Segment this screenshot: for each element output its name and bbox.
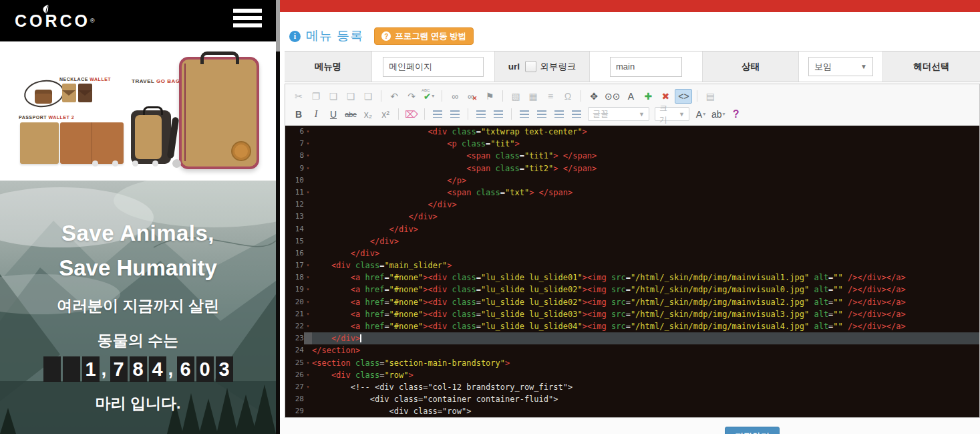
- toolbar-separator: [697, 90, 697, 102]
- slider-dot[interactable]: [132, 160, 138, 167]
- text-color-icon[interactable]: A▾: [693, 108, 709, 121]
- cut-icon[interactable]: ✂: [291, 90, 307, 103]
- fold-arrow-icon[interactable]: ▾: [304, 296, 312, 308]
- fold-arrow-icon[interactable]: ▾: [304, 162, 312, 175]
- slider-dot[interactable]: [112, 160, 118, 167]
- fold-gutter: [304, 223, 312, 235]
- fold-arrow-icon[interactable]: ▾: [304, 150, 312, 162]
- line-number: 13: [285, 211, 304, 223]
- subscript-icon[interactable]: x₂: [360, 108, 376, 121]
- line-number: 20: [285, 296, 304, 308]
- print-icon[interactable]: ▤: [702, 90, 718, 103]
- copy-icon[interactable]: ❐: [308, 90, 324, 103]
- code-text: </p>: [312, 175, 979, 187]
- maximize-icon[interactable]: ✥: [586, 90, 602, 103]
- status-select[interactable]: 보임 ▼: [808, 57, 873, 76]
- spellcheck-icon[interactable]: ABC✔▾: [421, 90, 437, 103]
- counter-empty-box: [43, 356, 61, 382]
- numbered-list-icon[interactable]: [430, 108, 446, 121]
- bullet-list-icon[interactable]: [447, 108, 463, 121]
- hero-section: Save Animals, Save Humanity 여러분이 지금까지 살린…: [0, 181, 276, 434]
- code-line-16: 16</div>: [285, 247, 979, 259]
- fold-arrow-icon[interactable]: ▾: [304, 308, 312, 320]
- code-line-8: 8▾<span class="tit1"> </span>: [285, 150, 979, 162]
- hamburger-menu-icon[interactable]: [233, 9, 262, 31]
- code-line-14: 14</div>: [285, 223, 979, 235]
- line-number: 7: [285, 138, 304, 150]
- small-backpack-image: [131, 110, 171, 164]
- font-select[interactable]: 글꼴▼: [588, 107, 649, 121]
- slider-dot[interactable]: [152, 160, 158, 167]
- fold-arrow-icon[interactable]: ▾: [304, 272, 312, 284]
- find-icon[interactable]: ⊙⊙: [603, 90, 621, 103]
- align-right-icon[interactable]: [551, 108, 567, 121]
- link-icon[interactable]: ∞: [447, 90, 463, 103]
- line-number: 17: [285, 259, 304, 272]
- paste-icon[interactable]: ❏: [325, 90, 341, 103]
- code-text: <a href="#none"><div class="lu_slide lu_…: [312, 272, 979, 284]
- fold-arrow-icon[interactable]: ▾: [304, 320, 312, 332]
- fold-arrow-icon[interactable]: ▾: [304, 126, 312, 138]
- undo-icon[interactable]: ↶: [386, 90, 402, 103]
- about-icon[interactable]: ?: [728, 108, 744, 121]
- fold-arrow-icon[interactable]: ▾: [304, 357, 312, 369]
- counter-digit: 1: [82, 356, 100, 382]
- site-logo[interactable]: CORCO®: [15, 4, 95, 29]
- fold-arrow-icon[interactable]: ▾: [304, 138, 312, 150]
- redo-icon[interactable]: ↷: [403, 90, 420, 103]
- outdent-icon[interactable]: [473, 108, 489, 121]
- fold-arrow-icon[interactable]: ▾: [304, 284, 312, 296]
- source-icon[interactable]: <>: [675, 89, 692, 104]
- size-select[interactable]: 크기▼: [655, 107, 689, 121]
- anchor-icon[interactable]: ⚑: [482, 90, 498, 103]
- fold-gutter: [304, 175, 312, 187]
- comment-remove-icon[interactable]: ✖: [657, 90, 673, 103]
- text-cursor: [360, 334, 361, 342]
- code-line-20: 20▾<a href="#none"><div class="lu_slide …: [285, 296, 979, 308]
- bold-icon[interactable]: B: [291, 108, 307, 121]
- code-text: <section class="section-main-brandstory"…: [312, 357, 979, 369]
- url-input[interactable]: [610, 57, 682, 77]
- underline-icon[interactable]: U: [325, 108, 341, 121]
- unlink-icon[interactable]: ∞✕: [464, 90, 480, 103]
- external-link-label: 외부링크: [540, 61, 576, 73]
- code-line-29: 29<div class="row">: [285, 405, 979, 417]
- fold-gutter: [304, 332, 312, 344]
- select-all-icon[interactable]: A: [623, 90, 639, 103]
- strikethrough-icon[interactable]: abc: [343, 108, 359, 121]
- external-link-checkbox[interactable]: [525, 61, 536, 72]
- indent-icon[interactable]: [490, 108, 506, 121]
- fold-arrow-icon[interactable]: ▾: [304, 369, 312, 381]
- italic-icon[interactable]: I: [308, 108, 324, 121]
- table-icon[interactable]: ▦: [525, 90, 541, 103]
- special-char-icon[interactable]: Ω: [560, 90, 576, 103]
- fold-arrow-icon[interactable]: ▾: [304, 381, 312, 393]
- fold-arrow-icon[interactable]: ▾: [304, 187, 312, 199]
- comment-add-icon[interactable]: ✚: [640, 90, 656, 103]
- menu-form: 메뉴명 url 외부링크 상태 보임 ▼ 헤더선택: [285, 51, 980, 82]
- code-line-21: 21▾<a href="#none"><div class="lu_slide …: [285, 308, 979, 320]
- code-line-15: 15</div>: [285, 235, 979, 247]
- superscript-icon[interactable]: x²: [377, 108, 393, 121]
- slider-dot[interactable]: [172, 159, 181, 168]
- menu-name-input[interactable]: [383, 57, 484, 77]
- remove-format-icon[interactable]: ⌦: [403, 108, 420, 121]
- paste-word-icon[interactable]: ❏: [360, 90, 376, 103]
- align-center-icon[interactable]: [534, 108, 550, 121]
- screen: { "preview": { "brand": "CORCO", "reg": …: [0, 0, 980, 434]
- align-left-icon[interactable]: [516, 108, 532, 121]
- line-number: 15: [285, 235, 304, 247]
- save-button[interactable]: 저장하기: [725, 427, 780, 434]
- fold-arrow-icon[interactable]: ▾: [304, 259, 312, 272]
- horizontal-rule-icon[interactable]: ≡: [542, 90, 558, 103]
- paste-text-icon[interactable]: ❏: [343, 90, 359, 103]
- align-justify-icon[interactable]: [568, 108, 585, 121]
- image-icon[interactable]: ▧: [508, 90, 524, 103]
- line-number: 28: [285, 393, 304, 405]
- source-code-area[interactable]: 6▾<div class="txtwrap text-center">7▾<p …: [285, 126, 979, 417]
- line-number: 26: [285, 369, 304, 381]
- program-link-help-button[interactable]: ? 프로그램 연동 방법: [374, 27, 474, 45]
- slider-dot[interactable]: [92, 160, 98, 167]
- bg-color-icon[interactable]: ab▾: [710, 108, 727, 121]
- counter-digit: 4: [149, 356, 166, 382]
